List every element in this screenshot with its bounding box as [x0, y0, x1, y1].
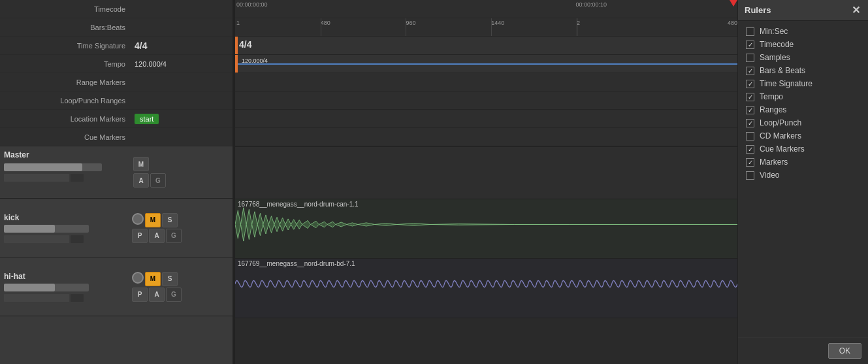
ruler-item-min-sec[interactable]: Min:Sec [738, 25, 868, 38]
timeline-timecode-content: 00:00:00:00 00:00:00:10 [235, 0, 737, 18]
tempo-line [238, 63, 737, 65]
bar-1440-label: 1440 [491, 20, 504, 26]
ruler-item-markers[interactable]: ✓ Markers [738, 156, 868, 169]
kick-bottom-btn-row: P A G [132, 229, 182, 243]
hihat-bottom-btn-row: P A G [132, 288, 182, 302]
kick-name-section: kick [0, 199, 131, 257]
tick-2 [577, 18, 577, 36]
timeline-rulers: 00:00:00:00 00:00:00:10 1 480 960 1440 2… [235, 0, 737, 147]
tick-480 [321, 18, 321, 36]
hihat-canvas[interactable]: 167769__menegass__nord-drum-bd-7.1 [235, 259, 737, 318]
ruler-check-loop-punch: ✓ [746, 119, 754, 127]
ruler-item-video[interactable]: Video [738, 169, 868, 182]
rulers-footer: OK [738, 337, 868, 364]
ruler-check-cd-markers [746, 132, 754, 141]
ruler-item-loop-punch[interactable]: ✓ Loop/Punch [738, 116, 868, 129]
hihat-p-button[interactable]: P [132, 288, 148, 302]
rulers-close-button[interactable]: ✕ [850, 4, 861, 16]
ruler-item-cue-markers[interactable]: ✓ Cue Markers [738, 142, 868, 156]
rulers-title: Rulers [745, 5, 771, 15]
ruler-check-ranges: ✓ [746, 106, 754, 114]
tempo-value: 120.000/4 [242, 58, 268, 64]
kick-g-button[interactable]: G [166, 229, 182, 243]
ruler-check-cue-markers: ✓ [746, 145, 754, 154]
hihat-top-btn-row: M S [132, 272, 182, 286]
master-a-button[interactable]: A [133, 173, 149, 188]
rulers-header: Rulers ✕ [738, 0, 868, 21]
master-canvas-row [235, 147, 737, 199]
hihat-meter-right [71, 294, 84, 302]
cue-markers-label: Cue Markers [0, 133, 131, 141]
hihat-record-button[interactable] [132, 272, 144, 284]
hihat-s-button[interactable]: S [162, 272, 178, 286]
ruler-check-time-signature: ✓ [746, 80, 754, 88]
time-signature-label: Time Signature [0, 42, 131, 50]
kick-m-button[interactable]: M [145, 213, 161, 227]
tracks-canvas: 167768__menegass__nord-drum-can-1.1 1677… [235, 147, 737, 364]
ruler-label-bars-beats: Bars & Beats [760, 66, 805, 75]
start-marker-button[interactable]: start [135, 114, 159, 124]
ruler-label-cd-markers: CD Markers [760, 131, 801, 141]
ok-button[interactable]: OK [828, 343, 861, 359]
ruler-item-samples[interactable]: Samples [738, 51, 868, 64]
kick-record-button[interactable] [132, 213, 144, 225]
master-g-button[interactable]: G [150, 173, 166, 188]
kick-s-button[interactable]: S [162, 213, 178, 227]
tick-1440 [491, 18, 492, 36]
timecode-playhead [730, 0, 737, 7]
ruler-label-loop-punch: Loop/Punch [760, 118, 801, 127]
hihat-g-button[interactable]: G [166, 288, 182, 302]
location-markers-label: Location Markers [0, 115, 131, 123]
ruler-item-time-signature[interactable]: ✓ Time Signature [738, 77, 868, 90]
timeline-location-content [235, 110, 737, 127]
timeline-location-row [235, 110, 737, 128]
kick-track-name: kick [4, 213, 127, 222]
master-fader[interactable] [4, 163, 102, 171]
ruler-label-min-sec: Min:Sec [760, 27, 788, 36]
kick-fader[interactable] [4, 225, 89, 233]
master-name-section: Master [0, 146, 131, 198]
hihat-m-button[interactable]: M [145, 272, 161, 286]
timeline-cue-content [235, 128, 737, 146]
master-m-button[interactable]: M [133, 157, 149, 171]
timecode-row: Timecode [0, 0, 233, 18]
loop-punch-row: Loop/Punch Ranges [0, 91, 233, 110]
ruler-check-bars-beats: ✓ [746, 67, 754, 75]
timeline-tempo-content: 120.000/4 [235, 55, 737, 73]
ruler-label-tempo: Tempo [760, 92, 783, 101]
kick-a-button[interactable]: A [149, 229, 165, 243]
left-panel: Timecode Bars:Beats Time Signature 4/4 T… [0, 0, 233, 364]
location-markers-row: Location Markers start [0, 110, 233, 128]
bar-1-label: 1 [236, 20, 240, 26]
tempo-label: Tempo [0, 60, 131, 68]
kick-p-button[interactable]: P [132, 229, 148, 243]
hihat-fader[interactable] [4, 284, 89, 291]
master-btn-row-1: M [133, 157, 166, 171]
hihat-track-name: hi-hat [4, 272, 127, 281]
bars-beats-label: Bars:Beats [0, 24, 131, 31]
ruler-item-cd-markers[interactable]: CD Markers [738, 129, 868, 142]
timeline-range-row [235, 73, 737, 91]
master-meter-bar [4, 174, 69, 182]
tick-960 [406, 18, 406, 36]
ruler-item-ranges[interactable]: ✓ Ranges [738, 103, 868, 116]
ruler-check-samples [746, 54, 754, 62]
master-btn-row-2: A G [133, 173, 166, 188]
hihat-canvas-row: 167769__menegass__nord-drum-bd-7.1 [235, 259, 737, 318]
hihat-a-button[interactable]: A [149, 288, 165, 302]
ruler-label-samples: Samples [760, 53, 790, 62]
timeline-tempo-row: 120.000/4 [235, 55, 737, 73]
bar-960-label: 960 [406, 20, 415, 26]
ruler-item-timecode[interactable]: ✓ Timecode [738, 38, 868, 51]
timecode-right: 00:00:00:10 [575, 1, 607, 8]
kick-canvas[interactable]: 167768__menegass__nord-drum-can-1.1 [235, 199, 737, 258]
range-markers-row: Range Markers [0, 73, 233, 91]
master-meter-right [71, 174, 84, 182]
timeline-time-sig-row: 4/4 [235, 37, 737, 55]
ruler-item-bars-beats[interactable]: ✓ Bars & Beats [738, 64, 868, 77]
time-sig-value: 4/4 [239, 39, 251, 50]
tempo-row: Tempo 120.000/4 [0, 55, 233, 73]
ruler-item-tempo[interactable]: ✓ Tempo [738, 90, 868, 103]
timecode-label: Timecode [0, 5, 131, 13]
hihat-name-section: hi-hat [0, 257, 131, 316]
